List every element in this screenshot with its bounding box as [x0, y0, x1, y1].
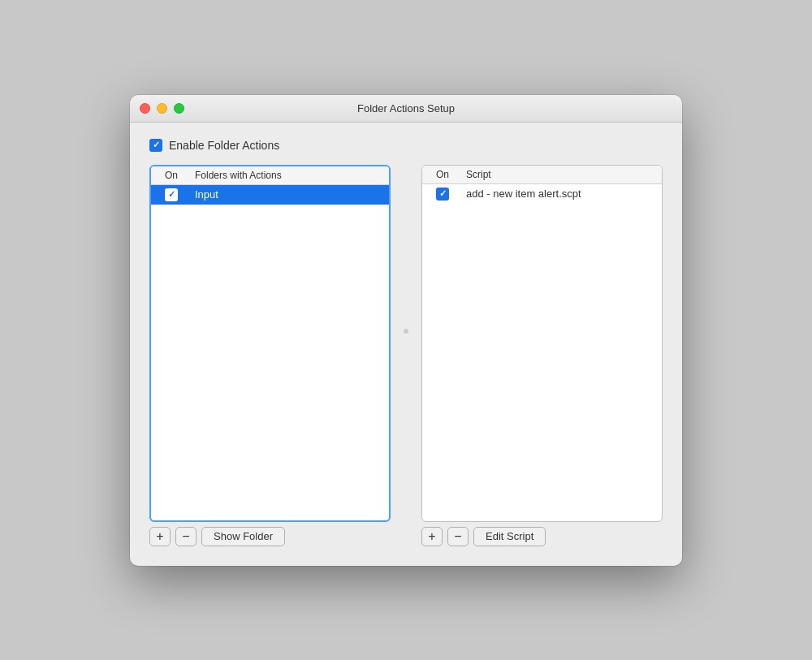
scripts-list-container[interactable]: On Script ✓ add - new item alert.scpt [421, 165, 663, 522]
main-window: Folder Actions Setup ✓ Enable Folder Act… [130, 95, 682, 566]
close-button[interactable] [140, 103, 150, 114]
scripts-header-on: On [422, 169, 463, 180]
scripts-header-label: Script [463, 169, 662, 180]
script-row-on: ✓ [422, 188, 463, 201]
checkmark-icon: ✓ [153, 140, 160, 149]
folders-list-header: On Folders with Actions [151, 166, 389, 185]
folders-list-container[interactable]: On Folders with Actions ✓ Input [149, 165, 391, 522]
minimize-button[interactable] [157, 103, 167, 114]
maximize-button[interactable] [174, 103, 184, 114]
folders-header-label: Folders with Actions [192, 170, 389, 181]
script-row-alert[interactable]: ✓ add - new item alert.scpt [422, 184, 662, 204]
title-bar: Folder Actions Setup [130, 95, 682, 123]
enable-folder-actions-checkbox[interactable]: ✓ [149, 139, 162, 152]
script-row-checkbox: ✓ [436, 188, 449, 201]
folder-row-on: ✓ [151, 188, 192, 201]
scripts-remove-button[interactable]: − [447, 527, 469, 546]
folders-panel: On Folders with Actions ✓ Input [149, 165, 391, 546]
edit-script-button[interactable]: Edit Script [473, 527, 546, 546]
script-row-checkmark-icon: ✓ [439, 188, 447, 199]
traffic-lights [140, 103, 184, 114]
scripts-list-body: ✓ add - new item alert.scpt [422, 184, 662, 204]
scripts-add-button[interactable]: + [421, 527, 443, 546]
folders-remove-button[interactable]: − [175, 527, 197, 546]
folder-row-label: Input [192, 188, 389, 201]
window-title: Folder Actions Setup [357, 102, 455, 114]
scripts-panel: On Script ✓ add - new item alert.scpt [421, 165, 663, 546]
scripts-list-header: On Script [422, 166, 662, 184]
window-content: ✓ Enable Folder Actions On Folders with … [130, 123, 682, 566]
enable-folder-actions-label: Enable Folder Actions [169, 139, 279, 152]
panel-divider [404, 329, 408, 334]
script-row-label: add - new item alert.scpt [463, 188, 662, 200]
folders-add-button[interactable]: + [149, 527, 171, 546]
folders-buttons-row: + − Show Folder [149, 527, 391, 546]
folders-list-body: ✓ Input [151, 185, 389, 205]
show-folder-button[interactable]: Show Folder [201, 527, 285, 546]
folders-header-on: On [151, 170, 192, 181]
folder-row-checkbox: ✓ [165, 188, 178, 201]
panels-row: On Folders with Actions ✓ Input [149, 165, 663, 546]
folder-row-input[interactable]: ✓ Input [151, 185, 389, 205]
scripts-buttons-row: + − Edit Script [421, 527, 663, 546]
folder-row-checkmark-icon: ✓ [168, 189, 175, 200]
enable-folder-actions-row: ✓ Enable Folder Actions [149, 139, 663, 152]
